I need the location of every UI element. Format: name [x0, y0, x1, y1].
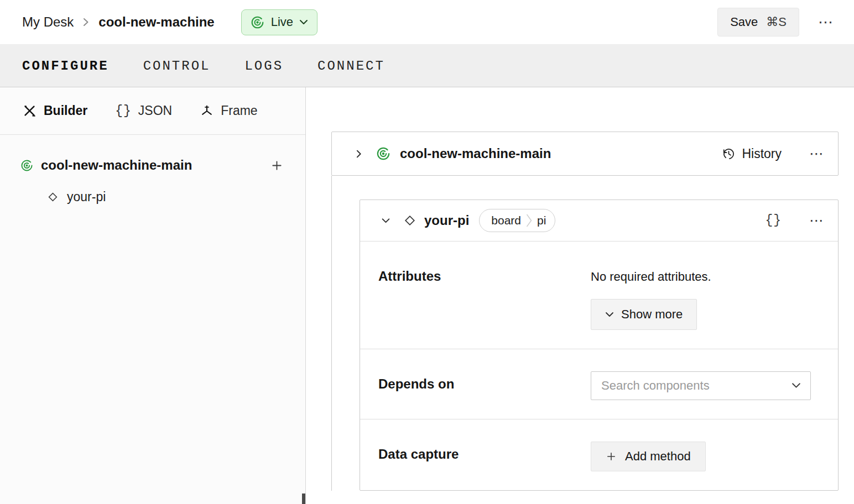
tree-item-machine-main-label: cool-new-machine-main — [41, 158, 192, 173]
depends-on-select-placeholder: Search components — [601, 379, 710, 393]
frame-mode-label: Frame — [221, 103, 257, 118]
sidebar-scrollbar-thumb[interactable] — [302, 494, 305, 504]
component-name: your-pi — [424, 213, 469, 228]
chevron-down-icon — [791, 382, 801, 389]
history-button[interactable]: History — [722, 146, 782, 161]
breadcrumb-chevron-icon — [82, 17, 90, 28]
component-card-your-pi: your-pi board pi {} ⋯ Attributes — [360, 200, 839, 491]
data-capture-section-content: Add method — [591, 442, 822, 471]
breadcrumb: My Desk cool-new-machine — [22, 14, 215, 30]
depends-on-section: Depends on Search components — [360, 349, 838, 419]
top-header: My Desk cool-new-machine Live Save ⌘S ⋯ — [0, 0, 854, 45]
component-type: board — [491, 214, 521, 227]
tree-item-your-pi-label: your-pi — [67, 190, 106, 204]
attributes-empty-text: No required attributes. — [591, 264, 822, 284]
show-more-button[interactable]: Show more — [591, 299, 697, 330]
show-more-label: Show more — [621, 307, 683, 322]
depends-on-section-label: Depends on — [378, 371, 591, 392]
component-model: pi — [537, 214, 546, 227]
add-method-label: Add method — [625, 449, 691, 464]
header-more-menu-button[interactable]: ⋯ — [818, 15, 833, 30]
component-diamond-icon — [46, 191, 59, 203]
builder-mode-button[interactable]: Builder — [22, 103, 87, 118]
component-type-pill: board pi — [479, 209, 555, 232]
breadcrumb-parent-link[interactable]: My Desk — [22, 14, 74, 30]
frame-mode-button[interactable]: Frame — [200, 103, 257, 118]
machine-part-card: cool-new-machine-main History ⋯ — [331, 132, 839, 176]
component-nest-connector: your-pi board pi {} ⋯ Attributes — [331, 176, 839, 491]
attributes-section-content: No required attributes. Show more — [591, 264, 822, 330]
tab-control[interactable]: CONTROL — [143, 59, 211, 74]
braces-icon: {} — [115, 104, 132, 118]
machine-part-title: cool-new-machine-main — [400, 146, 551, 161]
tab-configure[interactable]: CONFIGURE — [22, 59, 109, 74]
history-button-label: History — [742, 146, 782, 161]
view-mode-switcher: Builder {} JSON Frame — [0, 87, 305, 135]
machine-part-tree: cool-new-machine-main your-pi — [0, 135, 305, 212]
tree-item-your-pi[interactable]: your-pi — [0, 181, 305, 212]
depends-on-select[interactable]: Search components — [591, 371, 811, 400]
component-diamond-icon — [403, 213, 417, 228]
chevron-down-icon — [299, 19, 308, 25]
configure-main-panel: cool-new-machine-main History ⋯ — [306, 87, 854, 504]
live-badge-label: Live — [271, 15, 293, 29]
attributes-section: Attributes No required attributes. Show … — [360, 242, 838, 349]
collapse-component-chevron-down-icon[interactable] — [381, 216, 390, 225]
live-broadcast-icon — [250, 15, 265, 30]
content-area: Builder {} JSON Frame — [0, 87, 854, 504]
pill-separator-chevron-icon — [525, 213, 533, 228]
save-button[interactable]: Save ⌘S — [717, 8, 799, 36]
frame-axes-icon — [200, 104, 214, 118]
data-capture-section-label: Data capture — [378, 442, 591, 462]
tools-icon — [22, 103, 37, 118]
add-method-button[interactable]: Add method — [591, 442, 706, 471]
save-button-label: Save — [730, 15, 758, 29]
expand-machine-card-chevron-right-icon[interactable] — [354, 149, 363, 159]
component-card-more-menu-button[interactable]: ⋯ — [809, 213, 824, 228]
machine-live-status-button[interactable]: Live — [241, 9, 317, 35]
chevron-down-icon — [605, 312, 614, 318]
component-json-braces-button[interactable]: {} — [765, 213, 782, 228]
component-card-header: your-pi board pi {} ⋯ — [360, 200, 838, 242]
json-mode-label: JSON — [138, 103, 172, 118]
json-mode-button[interactable]: {} JSON — [115, 103, 172, 118]
configure-sidebar: Builder {} JSON Frame — [0, 87, 306, 504]
breadcrumb-current: cool-new-machine — [98, 14, 214, 30]
live-broadcast-icon — [20, 159, 34, 172]
machine-card-more-menu-button[interactable]: ⋯ — [809, 146, 824, 161]
save-shortcut-hint: ⌘S — [766, 15, 787, 29]
tab-connect[interactable]: CONNECT — [317, 59, 385, 74]
add-component-button[interactable] — [270, 159, 283, 172]
data-capture-section: Data capture Add method — [360, 419, 838, 490]
attributes-section-label: Attributes — [378, 264, 591, 284]
history-clock-icon — [722, 147, 736, 161]
tree-item-machine-main[interactable]: cool-new-machine-main — [0, 149, 305, 181]
builder-mode-label: Builder — [44, 103, 87, 118]
main-nav-tabbar: CONFIGURE CONTROL LOGS CONNECT — [0, 45, 854, 87]
tab-logs[interactable]: LOGS — [244, 59, 283, 74]
plus-icon — [606, 451, 617, 462]
live-broadcast-icon — [376, 146, 391, 161]
depends-on-section-content: Search components — [591, 371, 822, 400]
